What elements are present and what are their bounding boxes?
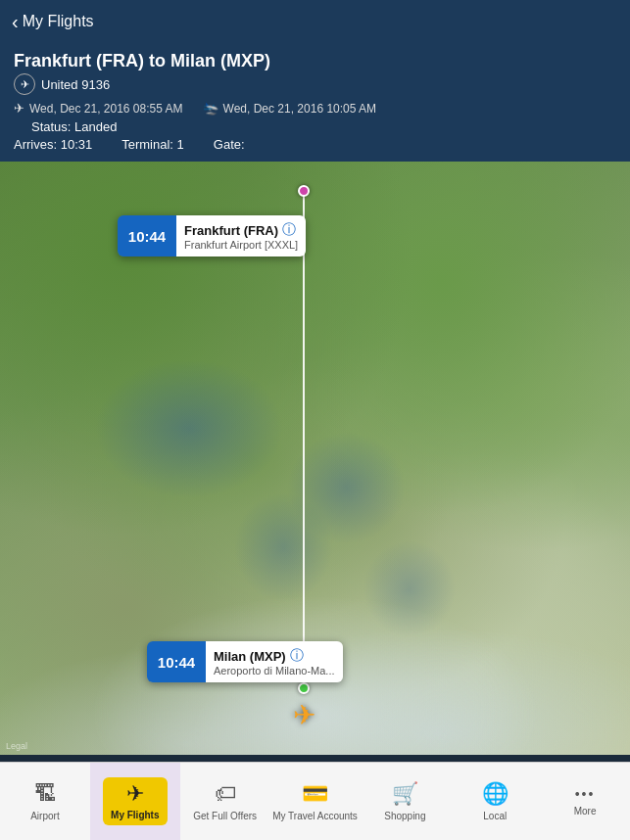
tab-bar: 🏗 Airport ✈ My Flights 🏷 Get Full Offers… [0,762,630,840]
arrive-plane-icon: 🛬 [203,101,218,116]
shopping-icon: 🛒 [392,781,418,807]
airline-icon: ✈ [14,73,35,95]
my-flights-icon: ✈ [126,781,144,807]
get-full-offers-icon: 🏷 [215,781,236,807]
map-legal: Legal [6,741,27,751]
mxp-bubble[interactable]: 10:44 Milan (MXP) ⓘ Aeroporto di Milano-… [147,641,343,682]
arrive-time-block: 🛬 Wed, Dec 21, 2016 10:05 AM [203,101,377,116]
flight-times: ✈ Wed, Dec 21, 2016 08:55 AM 🛬 Wed, Dec … [14,101,616,116]
depart-plane-icon: ✈ [14,101,24,116]
tab-airport[interactable]: 🏗 Airport [0,763,90,840]
map-area[interactable]: 10:44 Frankfurt (FRA) ⓘ Frankfurt Airpor… [0,162,630,755]
mxp-time: 10:44 [147,641,206,682]
tab-airport-label: Airport [30,811,59,822]
arrives-label: Arrives: [14,137,57,152]
mxp-info: Milan (MXP) ⓘ Aeroporto di Milano-Ma... [206,641,343,682]
mxp-airport-detail: Aeroporto di Milano-Ma... [214,665,335,677]
tab-more-label: More [574,806,597,817]
gate-block: Gate: [214,137,245,152]
airline-name: United 9136 [41,77,110,92]
airport-icon: 🏗 [34,781,56,807]
chevron-left-icon: ‹ [12,11,19,33]
tab-shopping[interactable]: 🛒 Shopping [360,763,450,840]
terminal-label: Terminal: [121,137,173,152]
status-value: Landed [74,119,117,134]
flight-details-row: Arrives: 10:31 Terminal: 1 Gate: [14,137,616,152]
tab-get-full-offers[interactable]: 🏷 Get Full Offers [180,763,270,840]
my-travel-accounts-icon: 💳 [302,781,328,807]
arrive-datetime: Wed, Dec 21, 2016 10:05 AM [223,102,377,116]
back-button[interactable]: ‹ My Flights [12,11,94,33]
tab-local-label: Local [483,811,507,822]
tab-my-flights-label: My Flights [111,810,159,821]
tab-shopping-label: Shopping [384,811,425,822]
depart-datetime: Wed, Dec 21, 2016 08:55 AM [29,102,183,116]
more-icon: ••• [575,786,596,802]
mxp-info-icon[interactable]: ⓘ [290,647,304,665]
nav-bar: ‹ My Flights [0,0,630,43]
tab-get-full-offers-label: Get Full Offers [193,811,257,822]
mxp-dot [298,682,310,694]
fra-airport-detail: Frankfurt Airport [XXXL] [184,239,298,251]
status-label: Status: [31,119,71,134]
tab-local[interactable]: 🌐 Local [450,763,540,840]
fra-info-icon[interactable]: ⓘ [282,221,296,239]
gate-label: Gate: [214,137,245,152]
depart-time-block: ✈ Wed, Dec 21, 2016 08:55 AM [14,101,183,116]
fra-info: Frankfurt (FRA) ⓘ Frankfurt Airport [XXX… [176,215,306,257]
flight-route: Frankfurt (FRA) to Milan (MXP) [14,51,616,71]
flight-header: Frankfurt (FRA) to Milan (MXP) ✈ United … [0,43,630,162]
terminal-block: Terminal: 1 [121,137,184,152]
tab-my-travel-accounts[interactable]: 💳 My Travel Accounts [270,763,361,840]
tab-my-travel-accounts-label: My Travel Accounts [272,811,358,822]
my-flights-active-bg: ✈ My Flights [103,777,167,825]
terminal-value: 1 [177,137,184,152]
fra-dot [298,185,310,197]
nav-back-label: My Flights [23,13,94,30]
fra-time: 10:44 [118,215,176,257]
flight-airline: ✈ United 9136 [14,73,616,95]
mxp-name: Milan (MXP) [214,649,286,664]
fra-name: Frankfurt (FRA) [184,223,278,238]
tab-my-flights[interactable]: ✈ My Flights [90,763,180,840]
tab-more[interactable]: ••• More [540,763,630,840]
arrives-block: Arrives: 10:31 [14,137,92,152]
fra-bubble[interactable]: 10:44 Frankfurt (FRA) ⓘ Frankfurt Airpor… [118,215,306,257]
arrives-time: 10:31 [61,137,93,152]
local-icon: 🌐 [482,781,509,807]
map-airplane-icon: ✈ [293,699,315,731]
